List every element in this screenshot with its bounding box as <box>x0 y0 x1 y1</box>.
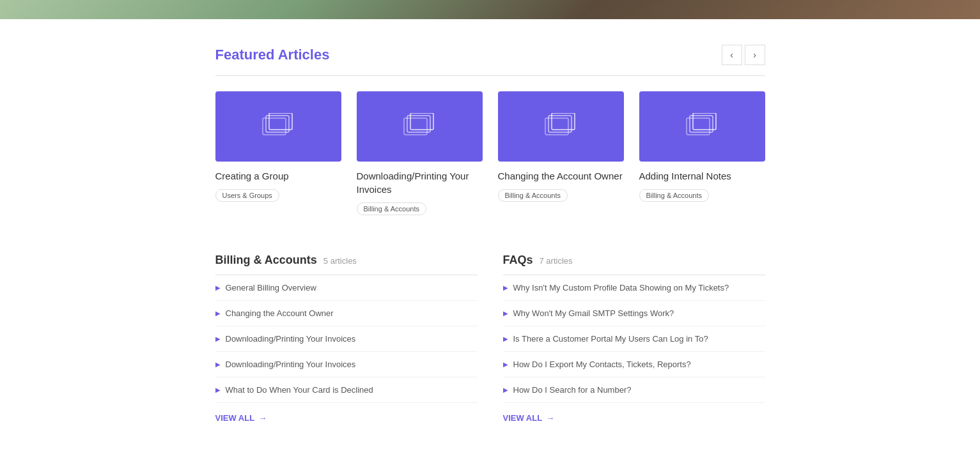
list-item-link: Why Isn't My Custom Profile Data Showing… <box>513 283 729 292</box>
article-card-title: Downloading/Printing Your Invoices <box>357 169 483 196</box>
hero-banner <box>0 0 980 19</box>
billing-list: ▶ General Billing Overview▶ Changing the… <box>215 275 478 403</box>
list-item[interactable]: ▶ Why Isn't My Custom Profile Data Showi… <box>503 275 765 301</box>
list-arrow-icon: ▶ <box>215 284 221 291</box>
list-item[interactable]: ▶ What to Do When Your Card is Declined <box>215 377 478 403</box>
list-item[interactable]: ▶ Why Won't My Gmail SMTP Settings Work? <box>503 301 765 326</box>
faqs-title: FAQs <box>503 254 533 267</box>
billing-title: Billing & Accounts <box>215 254 317 267</box>
article-tag: Billing & Accounts <box>357 202 426 215</box>
faqs-list: ▶ Why Isn't My Custom Profile Data Showi… <box>503 275 765 403</box>
billing-header: Billing & Accounts 5 articles <box>215 254 478 267</box>
faqs-column: FAQs 7 articles ▶ Why Isn't My Custom Pr… <box>503 254 765 423</box>
list-item[interactable]: ▶ How Do I Export My Contacts, Tickets, … <box>503 352 765 377</box>
prev-arrow[interactable]: ‹ <box>722 45 742 65</box>
list-arrow-icon: ▶ <box>503 310 508 317</box>
featured-articles-section: Featured Articles ‹ › Creating a GroupUs… <box>215 45 765 215</box>
featured-title: Featured Articles <box>215 47 330 63</box>
list-item[interactable]: ▶ General Billing Overview <box>215 275 478 301</box>
article-thumbnail <box>215 91 341 162</box>
list-item-link: Downloading/Printing Your Invoices <box>226 360 356 369</box>
list-item[interactable]: ▶ Downloading/Printing Your Invoices <box>215 352 478 377</box>
list-arrow-icon: ▶ <box>503 386 508 393</box>
faqs-count: 7 articles <box>540 256 573 266</box>
article-card-title: Changing the Account Owner <box>498 169 624 183</box>
list-item-link: Downloading/Printing Your Invoices <box>226 334 356 344</box>
carousel-nav: ‹ › <box>722 45 765 65</box>
billing-count: 5 articles <box>323 256 357 266</box>
list-arrow-icon: ▶ <box>215 335 221 342</box>
list-item-link: How Do I Search for a Number? <box>513 385 632 395</box>
billing-column: Billing & Accounts 5 articles ▶ General … <box>215 254 478 423</box>
articles-grid: Creating a GroupUsers & Groups Downloadi… <box>215 91 765 215</box>
article-tag: Billing & Accounts <box>498 189 568 202</box>
next-arrow[interactable]: › <box>745 45 765 65</box>
article-tag: Billing & Accounts <box>639 189 709 202</box>
faqs-view-all[interactable]: VIEW ALL → <box>503 413 555 423</box>
article-card[interactable]: Creating a GroupUsers & Groups <box>215 91 341 215</box>
list-item[interactable]: ▶ How Do I Search for a Number? <box>503 377 765 403</box>
list-item[interactable]: ▶ Is There a Customer Portal My Users Ca… <box>503 326 765 352</box>
list-arrow-icon: ▶ <box>215 386 221 393</box>
list-item[interactable]: ▶ Downloading/Printing Your Invoices <box>215 326 478 352</box>
article-thumbnail <box>639 91 765 162</box>
article-card-title: Adding Internal Notes <box>639 169 765 183</box>
list-item-link: What to Do When Your Card is Declined <box>226 385 373 395</box>
list-item-link: How Do I Export My Contacts, Tickets, Re… <box>513 360 691 369</box>
categories-section: Billing & Accounts 5 articles ▶ General … <box>215 254 765 423</box>
list-arrow-icon: ▶ <box>215 310 221 317</box>
list-arrow-icon: ▶ <box>215 361 221 368</box>
article-tag: Users & Groups <box>215 189 279 202</box>
article-card[interactable]: Adding Internal NotesBilling & Accounts <box>639 91 765 215</box>
list-item-link: General Billing Overview <box>226 283 316 292</box>
list-arrow-icon: ▶ <box>503 284 508 291</box>
article-thumbnail <box>357 91 483 162</box>
list-item-link: Is There a Customer Portal My Users Can … <box>513 334 708 344</box>
list-item-link: Why Won't My Gmail SMTP Settings Work? <box>513 308 674 318</box>
article-card[interactable]: Downloading/Printing Your InvoicesBillin… <box>357 91 483 215</box>
list-arrow-icon: ▶ <box>503 361 508 368</box>
article-thumbnail <box>498 91 624 162</box>
list-item[interactable]: ▶ Changing the Account Owner <box>215 301 478 326</box>
list-item-link: Changing the Account Owner <box>226 308 334 318</box>
faqs-header: FAQs 7 articles <box>503 254 765 267</box>
billing-view-all[interactable]: VIEW ALL → <box>215 413 267 423</box>
article-card-title: Creating a Group <box>215 169 341 183</box>
featured-header: Featured Articles ‹ › <box>215 45 765 65</box>
list-arrow-icon: ▶ <box>503 335 508 342</box>
article-card[interactable]: Changing the Account OwnerBilling & Acco… <box>498 91 624 215</box>
featured-divider <box>215 75 765 76</box>
